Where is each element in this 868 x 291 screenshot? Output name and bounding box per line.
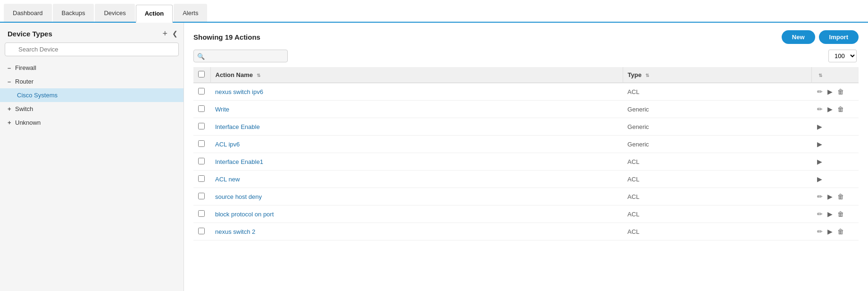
table-row: Interface Enable1ACL▶: [193, 153, 859, 171]
sidebar-item-unknown[interactable]: + Unknown: [0, 116, 184, 129]
row-checkbox[interactable]: [198, 105, 205, 112]
th-action-name[interactable]: Action Name ⇅: [210, 67, 623, 83]
sort-action-name-icon: ⇅: [257, 73, 260, 78]
action-name-link[interactable]: nexus switch 2: [215, 228, 255, 235]
run-button[interactable]: ▶: [816, 174, 823, 184]
tab-alerts[interactable]: Alerts: [174, 4, 207, 22]
row-checkbox[interactable]: [198, 140, 205, 147]
run-button[interactable]: ▶: [826, 104, 834, 114]
delete-button[interactable]: 🗑: [836, 104, 845, 114]
import-button[interactable]: Import: [819, 30, 859, 44]
header-buttons: New Import: [782, 30, 859, 44]
actions-table-wrap: Action Name ⇅ Type ⇅ ⇅ nexus switch ipv6…: [184, 67, 868, 291]
table-row: nexus switch ipv6ACL✏▶🗑: [193, 83, 859, 101]
actions-table: Action Name ⇅ Type ⇅ ⇅ nexus switch ipv6…: [193, 67, 859, 240]
action-name-link[interactable]: ACL new: [215, 176, 240, 183]
action-type: ACL: [623, 223, 811, 240]
table-row: Interface EnableGeneric▶: [193, 118, 859, 136]
table-row: block protocol on portACL✏▶🗑: [193, 205, 859, 223]
action-name-link[interactable]: ACL ipv6: [215, 141, 240, 148]
action-name-link[interactable]: Write: [215, 106, 229, 113]
nav-bar: Dashboard Backups Devices Action Alerts: [0, 0, 868, 23]
unknown-label: Unknown: [15, 119, 41, 126]
run-button[interactable]: ▶: [816, 139, 823, 149]
action-type: Generic: [623, 118, 811, 136]
row-checkbox[interactable]: [198, 210, 205, 217]
row-checkbox[interactable]: [198, 175, 205, 182]
delete-button[interactable]: 🗑: [836, 192, 845, 201]
action-type: ACL: [623, 188, 811, 205]
delete-button[interactable]: 🗑: [836, 227, 845, 236]
table-row: nexus switch 2ACL✏▶🗑: [193, 223, 859, 240]
edit-button[interactable]: ✏: [816, 87, 824, 96]
run-button[interactable]: ▶: [816, 157, 823, 166]
sort-actions-icon: ⇅: [818, 73, 822, 78]
sidebar-item-cisco-systems[interactable]: Cisco Systems: [0, 88, 184, 102]
select-all-checkbox[interactable]: [198, 71, 205, 77]
tab-backups[interactable]: Backups: [53, 4, 94, 22]
row-checkbox[interactable]: [198, 123, 205, 129]
cisco-systems-label: Cisco Systems: [17, 92, 58, 99]
th-type[interactable]: Type ⇅: [623, 67, 811, 83]
sidebar-header: Device Types + ❮: [0, 23, 184, 43]
run-button[interactable]: ▶: [816, 122, 823, 131]
row-checkbox[interactable]: [198, 193, 205, 199]
action-name-link[interactable]: block protocol on port: [215, 211, 274, 218]
action-type: Generic: [623, 101, 811, 118]
run-button[interactable]: ▶: [826, 192, 834, 201]
sidebar: Device Types + ❮ 🔍 – Firewall – Router C…: [0, 23, 184, 291]
edit-button[interactable]: ✏: [816, 192, 824, 201]
table-search-input[interactable]: [193, 50, 288, 62]
unknown-prefix: +: [8, 119, 13, 126]
action-name-link[interactable]: source host deny: [215, 193, 262, 200]
run-button[interactable]: ▶: [826, 209, 834, 219]
table-controls: 🔍 100 10 25 50: [184, 50, 868, 67]
tab-devices[interactable]: Devices: [95, 4, 134, 22]
th-row-actions: ⇅: [811, 67, 859, 83]
run-button[interactable]: ▶: [826, 227, 834, 236]
edit-button[interactable]: ✏: [816, 227, 824, 236]
tab-action[interactable]: Action: [136, 5, 173, 23]
action-name-link[interactable]: Interface Enable1: [215, 158, 263, 165]
run-button[interactable]: ▶: [826, 87, 834, 96]
action-type: ACL: [623, 83, 811, 101]
row-checkbox[interactable]: [198, 228, 205, 234]
row-checkbox[interactable]: [198, 88, 205, 94]
search-device-wrap: 🔍: [5, 43, 179, 56]
sidebar-item-firewall[interactable]: – Firewall: [0, 61, 184, 75]
content-title: Showing 19 Actions: [193, 33, 260, 41]
page-size-dropdown[interactable]: 100 10 25 50: [828, 50, 857, 62]
sidebar-header-actions: + ❮: [162, 29, 178, 38]
table-row: ACL newACL▶: [193, 171, 859, 188]
router-label: Router: [15, 78, 33, 85]
table-search-icon: 🔍: [197, 52, 205, 60]
action-type: ACL: [623, 205, 811, 223]
tab-dashboard[interactable]: Dashboard: [4, 4, 52, 22]
search-device-input[interactable]: [5, 43, 179, 56]
action-name-link[interactable]: nexus switch ipv6: [215, 88, 263, 95]
edit-button[interactable]: ✏: [816, 209, 824, 219]
row-checkbox[interactable]: [198, 158, 205, 164]
content-area: Showing 19 Actions New Import 🔍 100 10 2…: [184, 23, 868, 291]
sidebar-title: Device Types: [8, 30, 52, 38]
router-prefix: –: [8, 78, 13, 85]
table-row: ACL ipv6Generic▶: [193, 136, 859, 153]
sidebar-item-router[interactable]: – Router: [0, 75, 184, 88]
collapse-sidebar-button[interactable]: ❮: [172, 30, 178, 37]
sort-type-icon: ⇅: [645, 73, 649, 78]
sidebar-item-switch[interactable]: + Switch: [0, 102, 184, 116]
delete-button[interactable]: 🗑: [836, 87, 845, 96]
page-size-select: 100 10 25 50: [828, 50, 859, 62]
action-type: Generic: [623, 136, 811, 153]
action-type: ACL: [623, 153, 811, 171]
table-header-row: Action Name ⇅ Type ⇅ ⇅: [193, 67, 859, 83]
table-search-wrap: 🔍: [193, 50, 288, 62]
action-name-link[interactable]: Interface Enable: [215, 123, 260, 130]
delete-button[interactable]: 🗑: [836, 209, 845, 219]
top-nav: Dashboard Backups Devices Action Alerts: [0, 0, 868, 23]
th-checkbox: [193, 67, 210, 83]
edit-button[interactable]: ✏: [816, 104, 824, 114]
switch-label: Switch: [15, 105, 33, 112]
add-device-type-button[interactable]: +: [162, 29, 167, 38]
new-button[interactable]: New: [782, 30, 815, 44]
